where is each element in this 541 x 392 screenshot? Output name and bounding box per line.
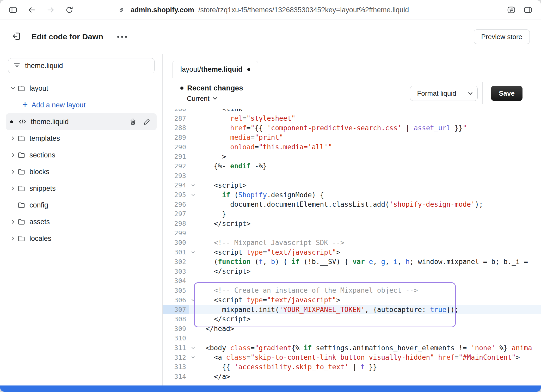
back-icon[interactable] bbox=[27, 5, 37, 15]
preview-store-button[interactable]: Preview store bbox=[474, 29, 530, 44]
code-line-307[interactable]: 307 mixpanel.init('YOUR_MIXPANEL_TOKEN',… bbox=[163, 305, 541, 314]
line-number[interactable]: 294 bbox=[163, 181, 189, 190]
pencil-icon[interactable] bbox=[143, 118, 151, 126]
code-line-288[interactable]: 288 href="{{ 'component-predictive-searc… bbox=[163, 123, 541, 133]
line-number[interactable]: 301 bbox=[163, 247, 189, 257]
sidebar-item-blocks[interactable]: blocks bbox=[6, 163, 157, 180]
sidebar-item-layout[interactable]: layout bbox=[6, 80, 157, 97]
sidebar-item-config[interactable]: config bbox=[6, 197, 157, 213]
code-line-312[interactable]: 312 <a class="skip-to-content-link butto… bbox=[163, 353, 541, 362]
code-line-304[interactable]: 304 bbox=[163, 276, 541, 286]
sidebar-item-theme-liquid[interactable]: theme.liquid bbox=[6, 113, 157, 130]
reload-icon[interactable] bbox=[64, 5, 74, 15]
chevron-right-icon[interactable] bbox=[9, 152, 17, 158]
code-line-290[interactable]: 290 onload="this.media='all'" bbox=[163, 142, 541, 152]
exit-editor-icon[interactable] bbox=[11, 31, 22, 42]
code-line-298[interactable]: 298 </script> bbox=[163, 219, 541, 228]
code-line-296[interactable]: 296 document.documentElement.classList.a… bbox=[163, 200, 541, 209]
code-line-289[interactable]: 289 media="print" bbox=[163, 133, 541, 142]
fold-chevron-icon[interactable] bbox=[189, 355, 198, 360]
fold-chevron-icon[interactable] bbox=[189, 345, 198, 351]
line-number[interactable]: 306 bbox=[163, 295, 189, 305]
code-line-293[interactable]: 293 bbox=[163, 171, 541, 181]
add-new-layout-button[interactable]: +Add a new layout bbox=[6, 97, 157, 113]
code-line-308[interactable]: 308 </script> bbox=[163, 314, 541, 324]
line-number[interactable]: 314 bbox=[163, 372, 189, 381]
code-line-305[interactable]: 305 <!-- Create an instance of the Mixpa… bbox=[163, 286, 541, 295]
chevron-right-icon[interactable] bbox=[9, 169, 17, 175]
panel-right-icon[interactable] bbox=[523, 5, 533, 15]
line-number[interactable]: 312 bbox=[163, 353, 189, 362]
line-number[interactable]: 298 bbox=[163, 219, 189, 228]
chevron-right-icon[interactable] bbox=[9, 219, 17, 225]
sidebar-toggle-icon[interactable] bbox=[8, 5, 18, 15]
code-line-301[interactable]: 301 <script type="text/javascript"> bbox=[163, 247, 541, 257]
line-number[interactable]: 299 bbox=[163, 228, 189, 238]
line-number[interactable]: 313 bbox=[163, 362, 189, 372]
code-editor[interactable]: 286 <link287 rel="stylesheet"288 href="{… bbox=[163, 109, 541, 385]
code-line-291[interactable]: 291 > bbox=[163, 152, 541, 161]
chevron-right-icon[interactable] bbox=[9, 235, 17, 242]
code-line-303[interactable]: 303 </script> bbox=[163, 267, 541, 276]
chevron-right-icon[interactable] bbox=[9, 135, 17, 142]
sidebar-item-assets[interactable]: assets bbox=[6, 213, 157, 230]
code-line-302[interactable]: 302 (function (f, b) { if (!b.__SV) { va… bbox=[163, 257, 541, 267]
code-line-314[interactable]: 314 </a> bbox=[163, 372, 541, 381]
line-number[interactable]: 287 bbox=[163, 114, 189, 123]
line-number[interactable]: 305 bbox=[163, 286, 189, 295]
code-line-294[interactable]: 294 <script> bbox=[163, 181, 541, 190]
sidebar-item-locales[interactable]: locales bbox=[6, 230, 157, 247]
line-number[interactable]: 307 bbox=[163, 305, 189, 314]
line-number[interactable]: 300 bbox=[163, 238, 189, 248]
forward-icon[interactable] bbox=[46, 5, 56, 15]
line-number[interactable]: 286 bbox=[163, 109, 189, 114]
line-number[interactable]: 289 bbox=[163, 133, 189, 142]
line-number[interactable]: 293 bbox=[163, 171, 189, 181]
fold-chevron-icon[interactable] bbox=[189, 183, 198, 188]
chevron-right-icon[interactable] bbox=[9, 185, 17, 192]
code-line-299[interactable]: 299 bbox=[163, 228, 541, 238]
boost-icon[interactable] bbox=[506, 5, 516, 15]
tab-theme-liquid[interactable]: layout/theme.liquid bbox=[172, 61, 258, 78]
format-liquid-button[interactable]: Format liquid bbox=[410, 86, 478, 101]
line-number[interactable]: 291 bbox=[163, 152, 189, 161]
line-number[interactable]: 288 bbox=[163, 123, 189, 133]
line-number[interactable]: 308 bbox=[163, 314, 189, 324]
code-line-311[interactable]: 311 <body class="gradient{% if settings.… bbox=[163, 343, 541, 353]
line-number[interactable]: 302 bbox=[163, 257, 189, 267]
code-line-295[interactable]: 295 if (Shopify.designMode) { bbox=[163, 190, 541, 200]
more-actions-button[interactable] bbox=[117, 36, 127, 38]
line-number[interactable]: 290 bbox=[163, 142, 189, 152]
line-number[interactable]: 297 bbox=[163, 209, 189, 219]
fold-chevron-icon[interactable] bbox=[189, 192, 198, 198]
line-number[interactable]: 311 bbox=[163, 343, 189, 353]
save-button[interactable]: Save bbox=[491, 86, 522, 101]
chevron-down-icon[interactable] bbox=[9, 85, 17, 91]
code-line-286[interactable]: 286 <link bbox=[163, 109, 541, 114]
sidebar-item-snippets[interactable]: snippets bbox=[6, 180, 157, 197]
trash-icon[interactable] bbox=[129, 118, 137, 126]
code-line-300[interactable]: 300 <!-- Mixpanel Javascript SDK --> bbox=[163, 238, 541, 248]
fold-chevron-icon[interactable] bbox=[189, 297, 198, 303]
line-number[interactable]: 292 bbox=[163, 161, 189, 171]
code-line-310[interactable]: 310 bbox=[163, 334, 541, 343]
search-input[interactable] bbox=[25, 62, 150, 70]
address-bar[interactable]: admin.shopify.com/store/rzq1xu-f5/themes… bbox=[116, 5, 409, 15]
code-line-297[interactable]: 297 } bbox=[163, 209, 541, 219]
chevron-down-icon[interactable] bbox=[463, 90, 477, 97]
line-number[interactable]: 295 bbox=[163, 190, 189, 200]
code-line-313[interactable]: 313 {{ 'accessibility.skip_to_text' | t … bbox=[163, 362, 541, 372]
code-line-292[interactable]: 292 {%- endif -%} bbox=[163, 161, 541, 171]
line-number[interactable]: 296 bbox=[163, 200, 189, 209]
line-number[interactable]: 310 bbox=[163, 334, 189, 343]
sidebar-item-sections[interactable]: sections bbox=[6, 147, 157, 163]
fold-chevron-icon[interactable] bbox=[189, 250, 198, 255]
version-selector[interactable]: Current bbox=[187, 95, 243, 103]
code-line-306[interactable]: 306 <script type="text/javascript"> bbox=[163, 295, 541, 305]
code-line-287[interactable]: 287 rel="stylesheet" bbox=[163, 114, 541, 123]
line-number[interactable]: 304 bbox=[163, 276, 189, 286]
line-number[interactable]: 309 bbox=[163, 324, 189, 334]
code-line-309[interactable]: 309 </head> bbox=[163, 324, 541, 334]
sidebar-item-templates[interactable]: templates bbox=[6, 130, 157, 147]
line-number[interactable]: 303 bbox=[163, 267, 189, 276]
